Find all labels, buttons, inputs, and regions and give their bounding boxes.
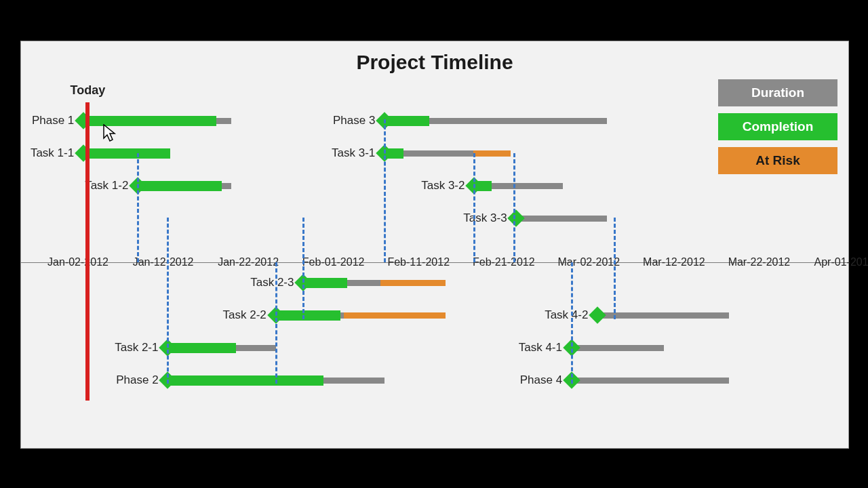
connector — [275, 262, 277, 384]
connector — [571, 262, 573, 384]
start-marker — [589, 306, 606, 323]
x-tick: Feb-21-2012 — [473, 256, 535, 268]
bar-completion — [167, 375, 323, 386]
bar-duration — [516, 216, 606, 222]
task-label: Task 4-2 — [545, 308, 588, 322]
task-label: Phase 4 — [520, 373, 562, 387]
start-marker — [75, 144, 92, 161]
bar-duration — [597, 312, 729, 319]
connector — [167, 218, 169, 384]
connector — [137, 153, 139, 262]
x-tick: Apr-01-2012 — [814, 256, 868, 268]
connector — [513, 153, 515, 262]
bar-at-risk — [473, 150, 511, 157]
connector — [384, 119, 386, 262]
x-tick: Mar-22-2012 — [728, 256, 791, 268]
today-label: Today — [71, 83, 106, 98]
task-label: Task 3-2 — [421, 179, 465, 192]
x-tick: Jan-22-2012 — [218, 256, 279, 268]
bar-at-risk — [380, 280, 446, 286]
bar-completion — [138, 181, 222, 191]
start-marker — [75, 112, 92, 129]
x-tick: Mar-02-2012 — [558, 256, 620, 268]
x-tick: Feb-11-2012 — [387, 256, 450, 268]
task-label: Phase 2 — [116, 373, 158, 387]
connector — [302, 218, 304, 319]
task-label: Task 1-1 — [31, 146, 74, 160]
task-label: Task 2-2 — [223, 308, 267, 322]
x-tick: Feb-01-2012 — [302, 256, 365, 268]
task-label: Task 2-3 — [250, 276, 294, 289]
cursor-icon — [102, 124, 117, 143]
connector — [473, 153, 475, 262]
task-label: Task 3-3 — [463, 211, 507, 225]
bar-completion — [83, 116, 216, 126]
x-tick: Mar-12-2012 — [643, 256, 705, 268]
task-label: Task 3-1 — [332, 146, 375, 160]
start-marker — [508, 209, 525, 226]
legend-completion: Completion — [718, 113, 837, 140]
task-label: Task 4-1 — [519, 341, 562, 354]
x-tick: Jan-12-2012 — [133, 256, 194, 268]
x-tick: Jan-02-2012 — [47, 256, 108, 268]
today-line — [85, 102, 90, 401]
bar-at-risk — [344, 312, 446, 319]
task-label: Task 2-1 — [115, 341, 158, 354]
legend-duration: Duration — [718, 79, 837, 106]
chart-frame: Project Timeline Duration Completion At … — [20, 41, 849, 449]
bar-completion — [167, 343, 235, 353]
bar-completion — [83, 148, 170, 159]
bar-completion — [276, 310, 340, 321]
task-label: Phase 1 — [32, 114, 74, 127]
bar-duration — [572, 345, 665, 351]
task-label: Task 1-2 — [85, 179, 128, 192]
task-label: Phase 3 — [333, 114, 375, 127]
legend-at-risk: At Risk — [718, 147, 837, 174]
chart-title: Project Timeline — [21, 51, 848, 74]
connector — [614, 218, 616, 319]
bar-duration — [572, 378, 730, 384]
